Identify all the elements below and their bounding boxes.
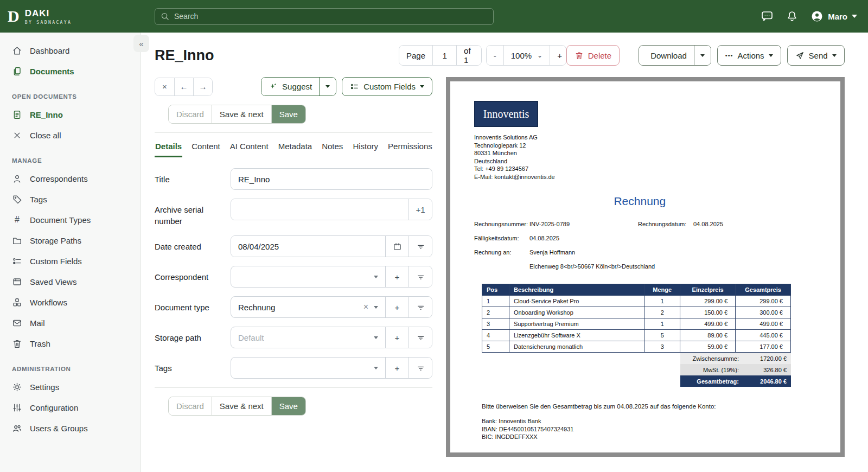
storage-path-select[interactable]: Default [231,327,385,348]
delete-label: Delete [588,51,611,60]
sidebar-item-correspondents[interactable]: Correspondents [0,168,141,189]
clear-icon[interactable]: × [363,302,368,312]
date-created-input[interactable] [231,236,385,257]
global-search[interactable] [155,8,494,25]
sidebar-item-trash[interactable]: Trash [0,333,141,354]
sidebar-item-label: Workflows [30,298,67,307]
field-label: Archive serial number [155,199,231,227]
sidebar-collapse-button[interactable]: « [133,35,149,52]
sidebar-item-tags[interactable]: Tags [0,189,141,209]
add-document-type-button[interactable]: + [385,297,409,317]
document-type-select[interactable]: Rechnung × [231,297,385,317]
sidebar-section-open-documents: OPEN DOCUMENTS [0,81,141,104]
zoom-in-button[interactable]: + [550,46,566,65]
tab-notes[interactable]: Notes [321,135,343,157]
user-menu[interactable]: Maro [810,10,857,23]
sidebar-item-users-groups[interactable]: Users & Groups [0,418,141,438]
sidebar-item-dashboard[interactable]: Dashboard [0,40,141,61]
sidebar-item-configuration[interactable]: Configuration [0,397,141,418]
close-document-button[interactable]: × [155,78,174,95]
chevron-down-icon [852,15,857,18]
storage-path-filter-button[interactable] [409,327,432,348]
document-nav-row: × ← → Suggest [155,77,432,96]
gear-icon [12,382,22,392]
asn-increment-button[interactable]: +1 [409,199,432,220]
discard-button[interactable]: Discard [169,105,212,123]
user-avatar-icon [810,10,824,23]
suggest-label: Suggest [282,82,312,91]
send-icon [795,51,805,60]
sender-line: E-Mail: kontakt@innoventis.de [474,173,806,181]
sidebar-item-mail[interactable]: Mail [0,312,141,333]
asn-input[interactable] [231,199,409,220]
zoom-level-select[interactable]: 100%⌄ [503,46,550,65]
field-archive-serial-number: Archive serial number +1 [155,199,432,227]
download-button[interactable]: Download [639,46,694,65]
add-correspondent-button[interactable]: + [385,266,409,287]
chat-icon[interactable] [761,10,774,23]
calendar-button[interactable] [385,236,409,257]
send-button[interactable]: Send [787,45,845,66]
save-button[interactable]: Save [271,397,305,415]
field-label: Correspondent [155,266,231,288]
delete-button[interactable]: Delete [566,45,620,66]
sidebar-item-label: Document Types [30,215,91,225]
tab-details[interactable]: Details [155,135,182,157]
add-tag-button[interactable]: + [385,358,409,378]
suggest-button[interactable]: Suggest [261,78,319,95]
tags-select[interactable] [231,358,385,378]
sidebar-item-open-document[interactable]: RE_Inno [0,104,141,125]
brand-logo[interactable]: D DAKI BY SADNACAYA [0,8,141,25]
sidebar-item-saved-views[interactable]: Saved Views [0,271,141,292]
previous-document-button[interactable]: ← [174,78,193,95]
download-options-button[interactable] [694,46,711,65]
actions-button[interactable]: ••• Actions [717,45,781,66]
add-storage-path-button[interactable]: + [385,327,409,348]
bell-icon[interactable] [786,10,799,23]
tags-filter-button[interactable] [409,358,432,378]
sidebar-item-custom-fields[interactable]: Custom Fields [0,251,141,271]
sidebar-item-workflows[interactable]: Workflows [0,292,141,312]
field-correspondent: Correspondent + [155,266,432,288]
tab-metadata[interactable]: Metadata [278,135,313,157]
document-preview-panel: Innoventis Innoventis Solutions AG Techn… [446,77,845,457]
title-input[interactable] [231,169,432,189]
tab-history[interactable]: History [352,135,379,157]
chevron-down-icon: ⌄ [537,52,542,59]
tab-content[interactable]: Content [191,135,221,157]
editor-tools: Suggest Custom Fields [261,77,432,96]
filter-icon [416,333,425,342]
bill-to-label: Rechnung an: [474,249,529,256]
search-input[interactable] [174,12,488,21]
sidebar-item-settings[interactable]: Settings [0,377,141,397]
tab-ai-content[interactable]: AI Content [229,135,269,157]
save-and-next-button[interactable]: Save & next [212,105,271,123]
sidebar-item-close-all[interactable]: Close all [0,125,141,145]
grand-total-row: Gesamtbetrag: 2046.80 € [680,375,791,387]
actions-label: Actions [737,51,764,60]
save-and-next-button[interactable]: Save & next [212,397,271,415]
page-number-input[interactable]: 1 [432,46,456,65]
caret-down-icon [326,85,330,88]
zoom-out-button[interactable]: - [487,46,503,65]
correspondent-filter-button[interactable] [409,266,432,287]
filter-icon [416,363,425,373]
close-icon [12,130,22,141]
discard-button[interactable]: Discard [169,397,212,415]
pdf-viewer[interactable]: Innoventis Innoventis Solutions AG Techn… [446,77,845,457]
next-document-button[interactable]: → [193,78,212,95]
date-filter-button[interactable] [409,236,432,257]
suggest-options-button[interactable] [319,78,336,95]
invoice-meta: Rechnungsnummer: INV-2025-0789 Rechnungs… [474,221,806,270]
sidebar-item-document-types[interactable]: # Document Types [0,209,141,230]
bill-to-address: Eichenweg 8<br/>50667 Köln<br/>Deutschla… [529,263,806,270]
file-icon [12,110,22,120]
sidebar-item-documents[interactable]: Documents [0,61,141,81]
custom-fields-button[interactable]: Custom Fields [342,77,432,96]
document-type-filter-button[interactable] [409,297,432,317]
tab-permissions[interactable]: Permissions [387,135,433,157]
brand-name: DAKI [25,8,72,19]
sidebar-item-storage-paths[interactable]: Storage Paths [0,230,141,251]
save-button[interactable]: Save [271,105,305,123]
correspondent-select[interactable] [231,266,385,287]
